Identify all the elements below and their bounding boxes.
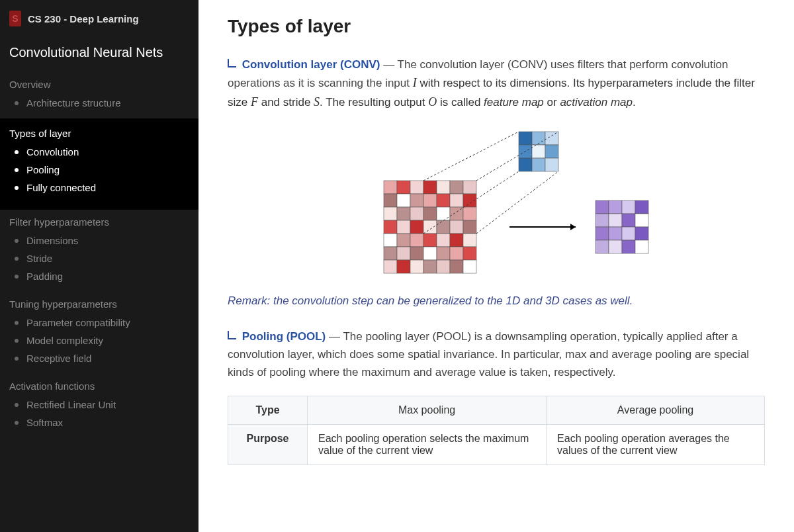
svg-rect-4	[423, 181, 437, 194]
sidebar-item[interactable]: Padding	[0, 267, 198, 285]
svg-rect-16	[397, 207, 410, 220]
pooling-table: Type Max pooling Average pooling Purpose…	[228, 396, 765, 465]
svg-rect-32	[423, 234, 437, 247]
svg-rect-26	[437, 220, 450, 234]
svg-rect-52	[545, 132, 558, 145]
sidebar-item[interactable]: Softmax	[0, 414, 198, 431]
svg-rect-77	[596, 240, 609, 253]
page-subtitle: Convolutional Neural Nets	[0, 38, 198, 72]
svg-rect-13	[450, 194, 463, 207]
th-max: Max pooling	[308, 396, 547, 425]
svg-marker-64	[570, 224, 576, 230]
svg-rect-51	[532, 132, 545, 145]
var-O: O	[428, 95, 437, 109]
sidebar-item[interactable]: Architecture structure	[0, 94, 198, 112]
th-avg: Average pooling	[547, 396, 765, 425]
var-S: S	[314, 95, 320, 109]
remark-text: Remark: the convolution step can be gene…	[228, 294, 765, 308]
sidebar-item[interactable]: Model complexity	[0, 332, 198, 349]
section-header[interactable]: Filter hyperparameters	[0, 210, 198, 232]
svg-rect-11	[423, 194, 437, 207]
svg-rect-67	[622, 200, 635, 214]
svg-rect-66	[609, 200, 622, 214]
svg-rect-27	[450, 220, 463, 234]
svg-rect-17	[410, 207, 423, 220]
section-header[interactable]: Overview	[0, 72, 198, 94]
svg-rect-9	[397, 194, 410, 207]
sidebar: CS 230 - Deep Learning Convolutional Neu…	[0, 0, 198, 532]
svg-rect-73	[596, 227, 609, 240]
svg-rect-6	[450, 181, 463, 194]
sidebar-item[interactable]: Stride	[0, 249, 198, 267]
svg-rect-7	[463, 181, 476, 194]
svg-rect-15	[384, 207, 397, 220]
sidebar-item[interactable]: Receptive field	[0, 349, 198, 367]
svg-rect-34	[450, 234, 463, 247]
section-header[interactable]: Types of layer	[0, 121, 198, 143]
svg-rect-10	[410, 194, 423, 207]
svg-rect-30	[397, 234, 410, 247]
svg-rect-40	[437, 247, 450, 260]
svg-rect-75	[622, 227, 635, 240]
svg-rect-57	[532, 158, 545, 171]
svg-rect-80	[635, 240, 648, 253]
svg-rect-19	[437, 207, 450, 220]
conv-heading[interactable]: Convolution layer (CONV)	[242, 58, 380, 71]
svg-rect-50	[519, 132, 532, 145]
svg-rect-22	[384, 220, 397, 234]
sidebar-item[interactable]: Convolution	[0, 143, 198, 161]
page-title: Types of layer	[228, 16, 765, 37]
svg-rect-8	[384, 194, 397, 207]
sidebar-item[interactable]: Parameter compatibility	[0, 314, 198, 332]
stanford-logo-icon	[9, 11, 21, 26]
svg-rect-56	[519, 158, 532, 171]
svg-rect-71	[622, 214, 635, 227]
svg-rect-33	[437, 234, 450, 247]
section-header[interactable]: Activation functions	[0, 374, 198, 396]
sidebar-item[interactable]: Rectified Linear Unit	[0, 396, 198, 414]
sidebar-item[interactable]: Pooling	[0, 161, 198, 179]
svg-rect-55	[545, 145, 558, 158]
svg-rect-41	[450, 247, 463, 260]
svg-rect-12	[437, 194, 450, 207]
td-max-purpose: Each pooling operation selects the maxim…	[308, 425, 547, 465]
svg-rect-5	[437, 181, 450, 194]
svg-rect-43	[384, 260, 397, 273]
svg-rect-3	[410, 181, 423, 194]
svg-rect-39	[423, 247, 437, 260]
conv-figure	[228, 128, 765, 283]
pool-entry: Pooling (POOL) — The pooling layer (POOL…	[228, 328, 765, 382]
sidebar-item[interactable]: Fully connected	[0, 179, 198, 197]
svg-rect-23	[397, 220, 410, 234]
pool-heading[interactable]: Pooling (POOL)	[242, 330, 326, 343]
svg-rect-58	[545, 158, 558, 171]
svg-rect-37	[397, 247, 410, 260]
bookmark-icon[interactable]	[228, 59, 236, 67]
svg-rect-42	[463, 247, 476, 260]
svg-rect-36	[384, 247, 397, 260]
svg-rect-54	[532, 145, 545, 158]
course-header[interactable]: CS 230 - Deep Learning	[0, 8, 198, 38]
svg-rect-78	[609, 240, 622, 253]
svg-rect-1	[384, 181, 397, 194]
svg-rect-46	[423, 260, 437, 273]
svg-line-59	[423, 132, 519, 181]
svg-rect-31	[410, 234, 423, 247]
svg-rect-2	[397, 181, 410, 194]
svg-rect-25	[423, 220, 437, 234]
main-content: Types of layer Convolution layer (CONV) …	[198, 0, 794, 532]
svg-rect-44	[397, 260, 410, 273]
sidebar-item[interactable]: Dimensions	[0, 232, 198, 249]
svg-rect-48	[450, 260, 463, 273]
svg-rect-72	[635, 214, 648, 227]
td-avg-purpose: Each pooling operation averages the valu…	[547, 425, 765, 465]
svg-rect-18	[423, 207, 437, 220]
svg-line-62	[476, 171, 558, 234]
svg-rect-47	[437, 260, 450, 273]
var-F: F	[251, 95, 258, 109]
section-header[interactable]: Tuning hyperparameters	[0, 292, 198, 314]
bookmark-icon[interactable]	[228, 331, 236, 339]
svg-rect-35	[463, 234, 476, 247]
svg-rect-29	[384, 234, 397, 247]
th-purpose: Purpose	[228, 425, 308, 465]
